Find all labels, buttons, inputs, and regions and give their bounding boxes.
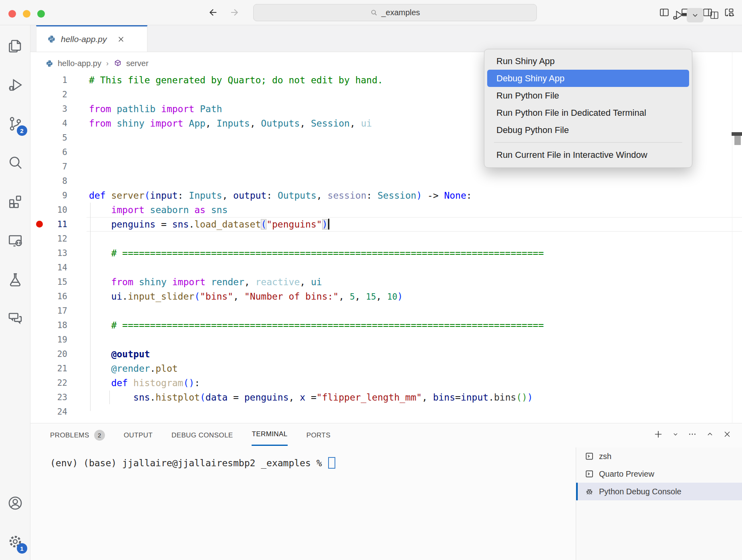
code-text[interactable]: def server(input: Inputs, output: Output… [89, 188, 472, 203]
breakpoint-margin[interactable] [30, 332, 44, 347]
code-line: 19 [30, 332, 742, 347]
activity-item-remote-explorer[interactable] [2, 228, 28, 253]
chevron-up-icon[interactable] [706, 430, 714, 439]
breakpoint-margin[interactable] [30, 232, 44, 246]
code-line: 11 penguins = sns.load_dataset("penguins… [30, 217, 742, 232]
breakpoint-icon[interactable] [36, 221, 43, 228]
command-center-search[interactable]: _examples [253, 4, 537, 21]
code-text[interactable]: # ======================================… [89, 318, 544, 332]
code-text[interactable]: def histogram(): [89, 376, 200, 390]
menu-item[interactable]: Debug Python File [484, 121, 692, 139]
line-number: 22 [44, 376, 67, 390]
breakpoint-margin[interactable] [30, 376, 44, 390]
debug-console-icon [585, 487, 594, 496]
activity-item-extensions[interactable] [2, 189, 28, 214]
panel-tab-output[interactable]: OUTPUT [124, 423, 153, 446]
activity-item-account[interactable] [2, 490, 28, 516]
terminal-list-item[interactable]: zsh [576, 447, 742, 465]
panel-tab-problems[interactable]: PROBLEMS2 [50, 423, 105, 446]
forward-icon[interactable] [229, 7, 240, 18]
chevron-down-icon [691, 11, 700, 20]
terminal-list-item[interactable]: Python Debug Console [576, 483, 742, 500]
plus-icon[interactable] [653, 429, 663, 439]
breakpoint-margin[interactable] [30, 275, 44, 289]
code-text[interactable]: @output [89, 347, 150, 361]
breakpoint-margin[interactable] [30, 188, 44, 203]
breakpoint-margin[interactable] [30, 318, 44, 332]
code-text[interactable]: sns.histplot(data = penguins, x ="flippe… [89, 390, 533, 405]
breakpoint-margin[interactable] [30, 347, 44, 361]
code-text[interactable]: penguins = sns.load_dataset("penguins") [89, 217, 329, 232]
back-icon[interactable] [208, 7, 219, 18]
breakpoint-margin[interactable] [30, 217, 44, 232]
breakpoint-margin[interactable] [30, 289, 44, 304]
menu-item[interactable]: Run Shiny App [484, 52, 692, 70]
breadcrumb-symbol[interactable]: server [126, 59, 149, 68]
editor-tab-strip: hello-app.py [30, 25, 742, 52]
panel-tab-debug-console[interactable]: DEBUG CONSOLE [171, 423, 233, 446]
remote-explorer-icon [7, 232, 24, 249]
breakpoint-margin[interactable] [30, 361, 44, 376]
indent-guide [90, 203, 91, 411]
terminal-cursor [328, 457, 335, 469]
terminal-list-item[interactable]: Quarto Preview [576, 465, 742, 483]
breakpoint-margin[interactable] [30, 390, 44, 405]
close-icon[interactable] [117, 35, 125, 43]
activity-item-explorer[interactable] [2, 33, 28, 59]
chevron-down-icon[interactable] [672, 431, 679, 438]
ellipsis-icon[interactable] [688, 429, 697, 439]
code-text[interactable]: from shiny import App, Inputs, Outputs, … [89, 116, 372, 131]
activity-item-testing[interactable] [2, 266, 28, 292]
line-number: 13 [44, 246, 67, 260]
activity-item-run-debug[interactable] [2, 72, 28, 98]
breakpoint-margin[interactable] [30, 159, 44, 174]
activity-bar: 2 1 [0, 25, 30, 560]
breakpoint-margin[interactable] [30, 87, 44, 102]
line-number: 16 [44, 289, 67, 304]
activity-item-search[interactable] [2, 150, 28, 175]
split-editor-icon[interactable] [709, 10, 720, 20]
menu-item[interactable]: Debug Shiny App [487, 70, 689, 87]
activity-item-chat[interactable] [2, 305, 28, 331]
code-line: 15 from shiny import render, reactive, u… [30, 275, 742, 289]
breakpoint-margin[interactable] [30, 260, 44, 275]
breakpoint-margin[interactable] [30, 73, 44, 87]
traffic-light-close[interactable] [8, 10, 16, 18]
breakpoint-margin[interactable] [30, 145, 44, 159]
more-actions-icon[interactable] [725, 10, 736, 20]
breakpoint-margin[interactable] [30, 405, 44, 419]
breadcrumb-file[interactable]: hello-app.py [58, 59, 101, 68]
menu-item[interactable]: Run Python File [484, 87, 692, 104]
activity-item-settings-gear[interactable]: 1 [2, 529, 28, 554]
code-text[interactable]: # ======================================… [89, 246, 544, 260]
code-text[interactable]: ui.input_slider("bins", "Number of bins:… [89, 289, 403, 304]
breakpoint-margin[interactable] [30, 102, 44, 116]
activity-item-source-control[interactable]: 2 [2, 111, 28, 137]
code-line: 12 [30, 232, 742, 246]
run-debug-file-icon[interactable] [671, 9, 684, 22]
code-text[interactable]: # This file generated by Quarto; do not … [89, 73, 383, 87]
tab-hello-app[interactable]: hello-app.py [36, 25, 147, 52]
traffic-light-zoom[interactable] [37, 10, 45, 18]
breakpoint-margin[interactable] [30, 203, 44, 217]
panel-tab-terminal[interactable]: TERMINAL [252, 423, 287, 446]
run-dropdown-button[interactable] [687, 8, 704, 22]
scrollbar-thumb[interactable] [734, 136, 741, 145]
code-text[interactable]: from shiny import render, reactive, ui [89, 275, 322, 289]
code-text[interactable]: import seaborn as sns [89, 203, 228, 217]
breakpoint-margin[interactable] [30, 116, 44, 131]
breakpoint-margin[interactable] [30, 246, 44, 260]
breakpoint-margin[interactable] [30, 131, 44, 145]
menu-item[interactable]: Run Python File in Dedicated Terminal [484, 104, 692, 121]
menu-item[interactable]: Run Current File in Interactive Window [484, 146, 692, 163]
traffic-light-minimize[interactable] [23, 10, 30, 18]
code-text[interactable]: @render.plot [89, 361, 178, 376]
close-icon[interactable] [723, 430, 732, 439]
panel-tab-ports[interactable]: PORTS [306, 423, 331, 446]
code-line: 14 [30, 260, 742, 275]
breakpoint-margin[interactable] [30, 304, 44, 318]
terminal[interactable]: (env) (base) jjallaire@jjallairesmbp2 _e… [50, 457, 335, 469]
code-text[interactable]: from pathlib import Path [89, 102, 222, 116]
layout-sidebar-left-button[interactable] [659, 7, 670, 18]
breakpoint-margin[interactable] [30, 174, 44, 188]
